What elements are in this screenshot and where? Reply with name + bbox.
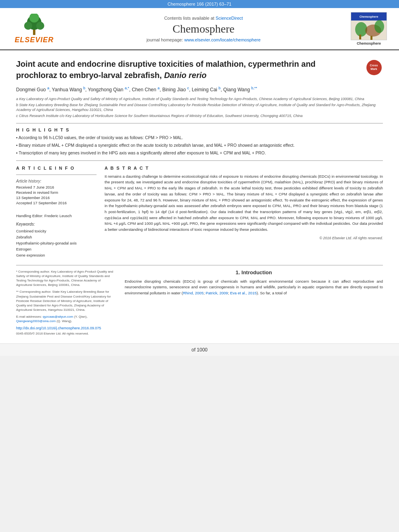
email-link-2[interactable]: Qiangwang2003@sina.com (16, 319, 56, 323)
pagination-bar: of 1000 (0, 343, 399, 356)
highlight-item-3: Transcription of many key genes involved… (16, 150, 383, 156)
journal-cover-thumbnail: Chemosphere (351, 12, 387, 40)
introduction-col: 1. Introduction Endocrine disrupting che… (125, 269, 383, 335)
journal-header: ELSEVIER Contents lists available at Sci… (0, 8, 399, 50)
affiliation-a: a Key Laboratory of Agro-Product Quality… (16, 97, 383, 102)
article-info-abstract-row: A R T I C L E I N F O Article history: R… (16, 166, 383, 259)
svg-point-3 (36, 22, 44, 30)
divider-1 (16, 123, 383, 123)
footnotes-col: * Corresponding author. Key Laboratory o… (16, 269, 117, 335)
crossmark-icon: CrossMark (366, 60, 382, 75)
bottom-section: * Corresponding author. Key Laboratory o… (16, 265, 383, 335)
elsevier-wordmark: ELSEVIER (14, 36, 53, 44)
journal-title-area: Contents lists available at ScienceDirec… (60, 16, 347, 42)
journal-homepage-link[interactable]: www.elsevier.com/locate/chemosphere (184, 37, 261, 42)
sciencedirect-note: Contents lists available at ScienceDirec… (68, 16, 339, 21)
keyword-5: Gene expression (16, 252, 97, 258)
article-info-col: A R T I C L E I N F O Article history: R… (16, 166, 97, 259)
footnote-emails: E-mail addresses: qyzcaas@aliyun.com (Y.… (16, 314, 117, 323)
keyword-3: Hypothalamic-pituitary-gonadal axis (16, 240, 97, 246)
footnote-corresponding-1: * Corresponding author. Key Laboratory o… (16, 269, 117, 288)
keyword-2: Zebrafish (16, 234, 97, 240)
ref-patrick[interactable]: Patrick, 2009 (206, 291, 228, 295)
copyright-line: © 2016 Elsevier Ltd. All rights reserved… (105, 236, 383, 240)
page-container: Chemosphere 166 (2017) 63–71 ELSEVIER Co… (0, 0, 399, 356)
elsevier-logo-area: ELSEVIER (8, 14, 60, 44)
received-revised-label: Received in revised form (16, 190, 97, 195)
handling-editor: Handling Editor: Frederic Leusch (16, 209, 97, 218)
keywords-list: Combined toxicity Zebrafish Hypothalamic… (16, 228, 97, 259)
svg-rect-11 (359, 35, 361, 39)
accepted-date: Accepted 17 September 2016 (16, 201, 97, 205)
ref-eva[interactable]: Eva et al., 2015 (230, 291, 257, 295)
pagination-of-text: of 1000 (191, 347, 208, 353)
email-link-1[interactable]: qyzcaas@aliyun.com (43, 315, 73, 318)
elsevier-tree-icon (16, 14, 52, 36)
keyword-4: Estrogen (16, 246, 97, 252)
sciencedirect-link[interactable]: ScienceDirect (216, 16, 243, 21)
intro-heading: 1. Introduction (125, 269, 383, 275)
keywords-heading: Keywords: (16, 222, 97, 226)
footnote-corresponding-2: ** Corresponding author. State Key Labor… (16, 290, 117, 312)
divider-info (16, 175, 97, 175)
authors-line: Dongmei Guo a, Yanhua Wang b, Yongzhong … (16, 86, 383, 93)
article-title-text: Joint acute and endocrine disruptive tox… (16, 60, 316, 80)
highlights-heading: H I G H L I G H T S (16, 127, 383, 132)
highlights-section: H I G H L I G H T S According to 96 h-LC… (16, 127, 383, 156)
article-title-area: Joint acute and endocrine disruptive tox… (16, 58, 383, 81)
highlight-item-2: Binary mixture of MAL + CPM displayed a … (16, 142, 383, 149)
keyword-1: Combined toxicity (16, 228, 97, 234)
svg-point-2 (24, 22, 32, 30)
issn-line: 0045-6535/© 2016 Elsevier Ltd. All right… (16, 332, 117, 335)
journal-homepage-line: journal homepage: www.elsevier.com/locat… (68, 37, 339, 42)
svg-rect-12 (370, 36, 372, 40)
divider-2 (16, 160, 383, 161)
affiliation-b: b State Key Laboratory Breeding Base for… (16, 103, 383, 113)
highlight-item-1: According to 96 h-LC50 values, the order… (16, 135, 383, 141)
journal-cover-image: Chemosphere (351, 12, 387, 40)
doi-link[interactable]: http://dx.doi.org/10.1016/j.chemosphere.… (16, 326, 117, 330)
article-content: Joint acute and endocrine disruptive tox… (0, 50, 399, 343)
svg-text:Chemosphere: Chemosphere (360, 15, 378, 18)
revised-date: 13 September 2016 (16, 195, 97, 200)
article-info-heading: A R T I C L E I N F O (16, 166, 97, 170)
journal-thumbnail-area: Chemosphere Chemosphere (347, 12, 391, 45)
article-history-label: Article history: (16, 179, 97, 183)
svg-point-10 (374, 20, 384, 33)
affiliation-c: c Citrus Research Institute c/o Key Labo… (16, 113, 383, 119)
abstract-col: A B S T R A C T It remains a daunting ch… (105, 166, 383, 259)
intro-text: Endocrine disrupting chemicals (EDCs) is… (125, 279, 383, 296)
received-date: Received 7 June 2016 (16, 185, 97, 189)
crossmark-badge[interactable]: CrossMark (365, 58, 383, 76)
abstract-heading: A B S T R A C T (105, 166, 383, 170)
affiliations: a Key Laboratory of Agro-Product Quality… (16, 97, 383, 118)
ref-rhind[interactable]: Rhind, 2005 (183, 291, 204, 295)
journal-thumbnail-label: Chemosphere (351, 41, 387, 45)
journal-citation: Chemosphere 166 (2017) 63–71 (167, 2, 231, 6)
journal-citation-bar: Chemosphere 166 (2017) 63–71 (0, 0, 399, 8)
journal-name: Chemosphere (68, 23, 339, 35)
abstract-text: It remains a daunting challenge to deter… (105, 174, 383, 233)
